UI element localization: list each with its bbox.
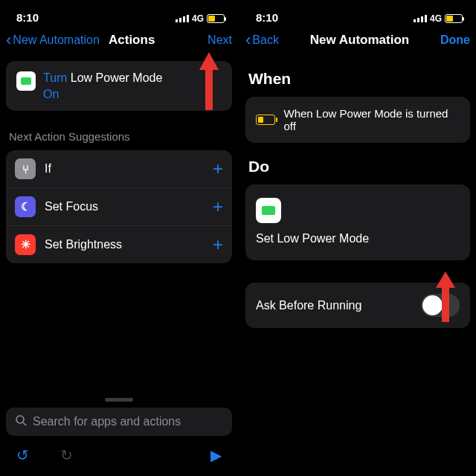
- chevron-left-icon: ‹: [245, 32, 251, 48]
- do-action-label: Set Low Power Mode: [256, 232, 460, 245]
- status-time: 8:10: [16, 11, 39, 24]
- action-state: On: [43, 88, 59, 100]
- brightness-icon: ☀: [15, 234, 36, 255]
- bottom-sheet: Search for apps and actions ↺ ↻ ▶: [0, 395, 238, 476]
- nav-bar: ‹ New Automation Actions Next: [6, 25, 232, 55]
- back-label: Back: [252, 33, 279, 47]
- ask-toggle[interactable]: [421, 294, 460, 317]
- svg-point-0: [16, 416, 24, 423]
- search-placeholder: Search for apps and actions: [33, 415, 181, 428]
- when-header: When: [248, 70, 467, 88]
- add-icon[interactable]: +: [213, 234, 223, 255]
- action-text: Turn Low Power Mode On: [43, 70, 162, 102]
- action-object: Low Power Mode: [71, 71, 163, 84]
- redo-icon: ↻: [60, 446, 73, 464]
- ask-label: Ask Before Running: [256, 299, 361, 312]
- suggestion-set-focus[interactable]: ☾ Set Focus +: [6, 187, 232, 225]
- undo-icon[interactable]: ↺: [16, 446, 29, 464]
- suggestion-label: If: [45, 162, 213, 176]
- if-icon: ⑂: [15, 158, 36, 179]
- network-label: 4G: [192, 13, 204, 24]
- suggestion-label: Set Brightness: [45, 238, 213, 251]
- svg-line-1: [23, 422, 26, 425]
- low-power-mode-icon: [256, 198, 281, 223]
- suggestions-list: ⑂ If + ☾ Set Focus + ☀ Set Brightness +: [6, 150, 232, 263]
- status-right: 4G: [414, 13, 463, 24]
- battery-icon: [207, 14, 225, 23]
- network-label: 4G: [430, 13, 442, 24]
- search-input[interactable]: Search for apps and actions: [6, 408, 232, 436]
- ask-before-running-row: Ask Before Running: [245, 283, 470, 328]
- status-right: 4G: [176, 13, 225, 24]
- status-bar: 8:10 4G: [245, 0, 470, 25]
- action-verb: Turn: [43, 71, 67, 84]
- done-button[interactable]: Done: [440, 33, 470, 47]
- signal-icon: [176, 15, 189, 22]
- add-icon[interactable]: +: [213, 196, 223, 217]
- search-icon: [15, 414, 27, 429]
- screen-summary: 8:10 4G ‹ Back New Automation Done When …: [238, 0, 476, 476]
- suggestion-set-brightness[interactable]: ☀ Set Brightness +: [6, 225, 232, 263]
- primary-action-card[interactable]: Turn Low Power Mode On: [6, 61, 232, 111]
- nav-bar: ‹ Back New Automation Done: [245, 25, 470, 55]
- back-button[interactable]: ‹ Back: [245, 32, 279, 48]
- do-header: Do: [248, 158, 467, 176]
- back-button[interactable]: ‹ New Automation: [6, 32, 100, 48]
- nav-title: Actions: [109, 33, 155, 48]
- suggestion-if[interactable]: ⑂ If +: [6, 150, 232, 187]
- toolbar: ↺ ↻ ▶: [6, 439, 232, 472]
- next-button[interactable]: Next: [208, 33, 232, 47]
- when-condition[interactable]: When Low Power Mode is turned off: [245, 97, 470, 143]
- battery-low-icon: [256, 115, 275, 125]
- suggestions-header: Next Action Suggestions: [9, 130, 231, 143]
- low-power-mode-icon: [16, 71, 36, 91]
- status-time: 8:10: [256, 11, 278, 24]
- screen-actions: 8:10 4G ‹ New Automation Actions Next Tu…: [0, 0, 238, 476]
- add-icon[interactable]: +: [213, 158, 223, 179]
- back-label: New Automation: [13, 33, 100, 47]
- focus-icon: ☾: [15, 196, 36, 217]
- when-text: When Low Power Mode is turned off: [284, 107, 460, 132]
- drag-handle[interactable]: [105, 398, 133, 402]
- nav-title: New Automation: [310, 33, 409, 48]
- battery-icon: [445, 14, 463, 23]
- chevron-left-icon: ‹: [6, 32, 11, 48]
- signal-icon: [414, 15, 427, 22]
- play-button[interactable]: ▶: [210, 446, 222, 464]
- do-action-card[interactable]: Set Low Power Mode: [245, 184, 470, 260]
- status-bar: 8:10 4G: [6, 0, 232, 25]
- suggestion-label: Set Focus: [45, 200, 213, 213]
